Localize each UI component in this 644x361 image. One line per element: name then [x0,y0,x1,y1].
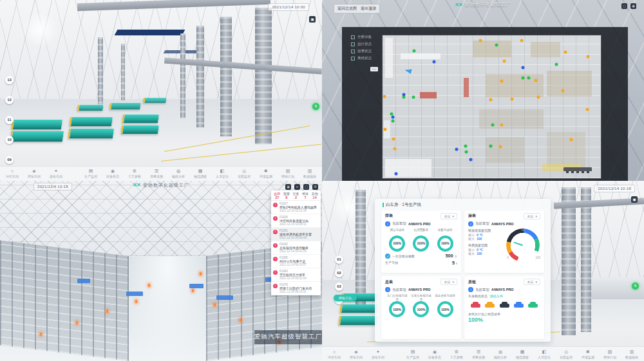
checkbox-icon[interactable]: ✓ [351,35,355,39]
device-status-dot[interactable] [489,98,493,102]
alarm-item[interactable]: ! F1055 AGV小车电量不足 2021-12-14 09:33:07 [271,255,321,268]
toolbar-item[interactable]: ⚙ 工艺参数 [124,169,146,178]
device-status-dot[interactable] [554,62,558,66]
station-badge[interactable]: 02 [335,269,343,277]
toolbar-item[interactable]: ◉ 设备状态 [424,349,446,359]
toolbar-item[interactable]: ◉ 设备状态 [102,169,124,178]
device-status-dot[interactable] [585,108,589,111]
checkbox-icon[interactable]: ✓ [351,57,355,60]
toolbar-item[interactable]: ⚙ 工艺参数 [446,349,468,359]
period-select[interactable]: 本日 ▾ [524,213,540,219]
device-status-dot[interactable] [521,66,524,69]
device-status-dot[interactable] [391,120,394,123]
toolbar-item[interactable]: ◈ 焊装车间 [23,169,45,178]
toolbar-item[interactable]: ☰ 质量追溯 [468,349,489,359]
toolbar-item[interactable]: ✱ 环境监测 [255,169,277,178]
device-status-dot[interactable] [491,123,494,126]
device-status-dot[interactable] [527,77,531,80]
device-status-dot[interactable] [469,158,473,161]
camera-position-arrow[interactable] [404,68,412,74]
device-status-dot[interactable] [392,138,395,141]
alarm-item[interactable]: ! F1042 总装输送线急停触发 2021-12-14 09:41:20 [271,241,321,255]
toolbar-item[interactable]: ▦ 物流调度 [189,169,211,178]
station-badge[interactable]: 12 [5,96,14,104]
device-status-dot[interactable] [498,145,502,149]
device-status-dot[interactable] [412,95,415,98]
window-button[interactable]: ▢ [621,3,627,9]
toolbar-item[interactable]: ◈ 焊装车间 [345,349,367,359]
device-status-dot[interactable] [500,123,503,126]
period-select[interactable]: 本日 ▾ [524,279,540,285]
alarm-tab[interactable]: 故障 27 [272,192,282,199]
toolbar-item[interactable]: ◍ 能耗分析 [167,169,189,178]
period-select[interactable]: 本日 ▾ [440,279,457,285]
device-status-dot[interactable] [564,50,567,53]
device-status-dot[interactable] [384,128,387,131]
station-badge[interactable]: 11 [5,116,14,124]
toolbar-item[interactable]: ⌂ 冲压车间 [323,349,345,359]
legend-item[interactable]: ✓ 离线状态 [351,56,372,60]
device-status-dot[interactable] [495,44,498,47]
station-badge[interactable]: 13 [5,76,14,84]
device-status-dot[interactable] [521,77,524,80]
toolbar-item[interactable]: ◍ 能耗分析 [489,349,511,359]
window-button[interactable]: ⚙ [312,184,318,190]
back-to-overview-button[interactable]: 返回总览图 [337,6,357,12]
toolbar-item[interactable]: ☰ 质量追溯 [146,169,167,178]
energy-badge[interactable]: ↯ [312,103,319,110]
toolbar-item[interactable]: ▦ 物流调度 [511,349,533,359]
window-button[interactable]: ▣ [285,184,291,190]
alarm-tab[interactable]: 预警 8 [282,192,292,199]
alarm-tab[interactable]: 其他 14 [310,192,319,199]
collapse-button[interactable]: — [370,67,378,71]
checkbox-icon[interactable]: ✓ [351,50,355,53]
device-status-dot[interactable] [464,144,468,147]
device-status-dot[interactable] [412,49,415,52]
device-status-dot[interactable] [586,55,589,59]
device-status-dot[interactable] [402,93,406,96]
legend-item[interactable]: ✓ 全部设备 [351,35,372,39]
checkbox-icon[interactable]: ✓ [351,42,355,46]
device-status-dot[interactable] [455,148,458,151]
device-status-dot[interactable] [478,39,482,42]
device-status-dot[interactable] [520,39,524,42]
energy-badge[interactable]: ↯ [632,282,639,290]
toolbar-item[interactable]: ▥ 数据报表 [299,169,321,178]
alarm-item[interactable]: ! F1078 焊接工位防护门未关闭 2021-12-14 09:10:31 [271,282,321,295]
toolbar-item[interactable]: ✱ 环境监测 [577,349,599,359]
toolbar-item[interactable]: ▤ 生产监控 [402,349,424,359]
station-pill-button[interactable]: 焊装工位 [334,295,357,301]
toolbar-item[interactable]: ◎ 安防监控 [233,169,255,178]
device-status-dot[interactable] [534,79,537,82]
station-badge[interactable]: 01 [335,255,343,264]
alarm-item[interactable]: ! F1017 焊装2号线机器人通讯故障 2021-12-14 10:12:35 [271,201,321,214]
device-status-dot[interactable] [537,95,540,98]
alarm-item[interactable]: ! F1063 空压机组压力异常 2021-12-14 09:21:54 [271,268,321,282]
station-badge[interactable]: 03 [335,282,343,291]
alarm-item[interactable]: ! F1026 冲压线设备温度过高 2021-12-14 10:08:12 [271,214,321,228]
toolbar-item[interactable]: ▥ 数据报表 [621,349,643,359]
device-status-dot[interactable] [502,59,506,62]
toolbar-item[interactable]: ▧ 维保计划 [277,169,299,178]
toolbar-item[interactable]: ✦ 涂装车间 [45,169,67,178]
alarm-tab[interactable]: 维保 7 [301,192,310,199]
device-status-dot[interactable] [510,98,513,101]
station-badge[interactable]: 09 [5,156,14,164]
toolbar-item[interactable]: ✦ 涂装车间 [367,349,389,359]
device-status-dot[interactable] [489,144,492,147]
period-select[interactable]: 本日 ▾ [440,213,457,219]
toolbar-item[interactable]: ◧ 人员定位 [211,169,233,178]
legend-item[interactable]: ✓ 报警状态 [351,49,372,53]
device-status-dot[interactable] [500,79,503,82]
device-status-dot[interactable] [383,95,386,98]
toolbar-item[interactable]: ⌂ 冲压车间 [1,169,23,178]
device-status-dot[interactable] [569,138,573,141]
device-status-dot[interactable] [465,150,468,153]
toolbar-item[interactable]: ◧ 人员定位 [533,349,555,359]
alarm-tab[interactable]: 任务 2 [291,192,301,199]
window-button[interactable]: ▢ [303,184,309,190]
capture-button[interactable]: ▣ [631,196,638,203]
device-status-dot[interactable] [395,172,398,175]
device-status-dot[interactable] [393,147,396,150]
window-button[interactable]: ≡ [294,184,300,190]
